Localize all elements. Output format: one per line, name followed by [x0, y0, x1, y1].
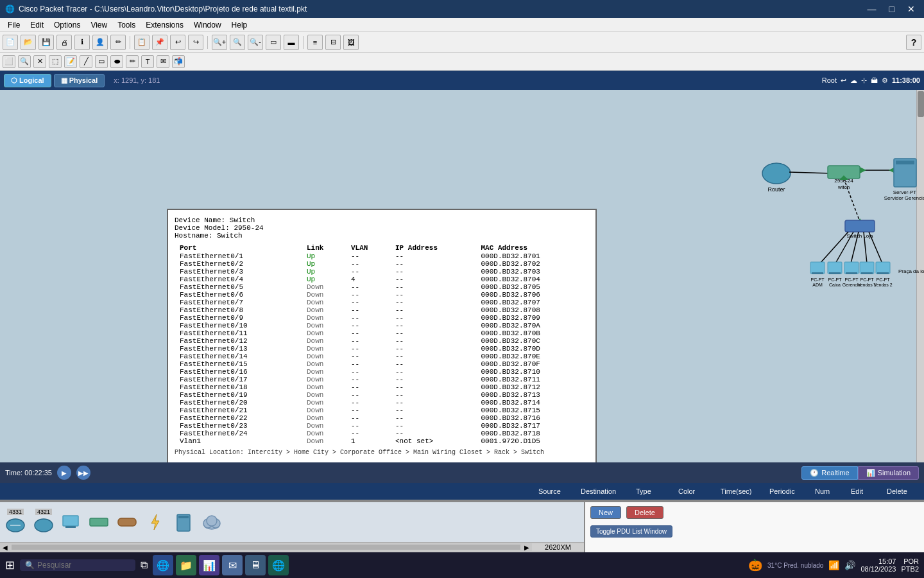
save-button[interactable]: 💾	[38, 35, 54, 50]
task-view-button[interactable]: ⧉	[141, 559, 148, 571]
search-input[interactable]	[37, 561, 133, 570]
lightning-icon-item[interactable]	[144, 511, 167, 534]
copy2-button[interactable]: 📋	[134, 35, 150, 50]
info-button[interactable]: ℹ	[74, 35, 90, 50]
cloud-icon-item[interactable]	[200, 511, 223, 534]
pdu-time-col[interactable]: Time(sec)	[721, 487, 759, 495]
realtime-button[interactable]: 🕐 Realtime	[801, 466, 857, 480]
switch-icon-item[interactable]	[87, 511, 110, 534]
menu-options[interactable]: Options	[49, 19, 85, 31]
port-row-5: FastEthernet0/6Down----000D.BD32.8706	[175, 291, 589, 299]
taskbar-app-3[interactable]: 📊	[199, 555, 219, 575]
pencil-tool[interactable]: ✏	[126, 55, 139, 68]
menu-edit[interactable]: Edit	[25, 19, 49, 31]
zoom-in-button[interactable]: 🔍+	[212, 35, 227, 50]
inspect-tool[interactable]: ⬚	[49, 55, 62, 68]
redo-button[interactable]: ↪	[188, 35, 203, 50]
port-cell-23-0: FastEthernet0/24	[175, 430, 302, 437]
svg-rect-31	[844, 262, 859, 274]
custom-button[interactable]: 🖼	[343, 35, 359, 50]
menu-tools[interactable]: Tools	[112, 19, 141, 31]
port-cell-22-1: Down	[302, 422, 346, 430]
port-cell-8-4: 000D.BD32.8709	[475, 314, 589, 322]
hostname-line: Hostname: Switch	[175, 232, 589, 240]
toggle-pdu-button[interactable]: Toggle PDU List Window	[590, 525, 672, 538]
delete-pdu-button[interactable]: Delete	[626, 506, 663, 519]
pdu-destination-col[interactable]: Destination	[581, 487, 626, 495]
view2-button[interactable]: ▬	[284, 35, 299, 50]
router-icon[interactable]	[5, 515, 26, 536]
rect-tool[interactable]: ▭	[95, 55, 108, 68]
svg-rect-32	[846, 272, 857, 274]
pdu-color-col[interactable]: Color	[678, 487, 710, 495]
zoom-out-button[interactable]: 🔍-	[248, 35, 263, 50]
text-tool[interactable]: T	[141, 55, 154, 68]
pdu-edit-col[interactable]: Edit	[851, 487, 877, 495]
pdu-delete-col[interactable]: Delete	[887, 487, 919, 495]
menu-window[interactable]: Window	[189, 19, 227, 31]
paste-button[interactable]: 📌	[152, 35, 167, 50]
title-controls[interactable]: — □ ✕	[864, 3, 919, 15]
pdu-num-col[interactable]: Num	[815, 487, 841, 495]
maximize-button[interactable]: □	[886, 3, 898, 15]
open-button[interactable]: 📂	[21, 35, 36, 50]
select-tool[interactable]: ⬜	[3, 55, 15, 68]
menu-extensions[interactable]: Extensions	[141, 19, 189, 31]
taskbar-app-2[interactable]: 📁	[176, 555, 196, 575]
count-4331: 4331	[7, 509, 24, 515]
note-tool[interactable]: 📝	[64, 55, 77, 68]
taskbar-app-5[interactable]: 🖥	[245, 555, 266, 575]
port-cell-19-1: Down	[302, 399, 346, 407]
envelope-tool[interactable]: ✉	[157, 55, 169, 68]
port-cell-10-2: --	[346, 329, 390, 337]
pdu-type-col[interactable]: Type	[636, 487, 668, 495]
port-cell-6-1: Down	[302, 299, 346, 306]
terrain-button[interactable]: 🏔	[871, 76, 878, 84]
undo-button[interactable]: ↩	[170, 35, 185, 50]
line-tool[interactable]: ╱	[80, 55, 92, 68]
menu-view[interactable]: View	[85, 19, 112, 31]
zoom-reset-button[interactable]: 🔍	[230, 35, 245, 50]
pdu-periodic-col[interactable]: Periodic	[769, 487, 805, 495]
port-cell-3-2: 4	[346, 276, 390, 283]
horiz-scrollbar[interactable]	[12, 545, 520, 550]
move-button[interactable]: ⊹	[861, 76, 867, 85]
pdu-tool[interactable]: 📬	[172, 55, 185, 68]
close-button[interactable]: ✕	[903, 3, 919, 15]
help-button[interactable]: ?	[906, 35, 921, 50]
simulation-button[interactable]: 📊 Simulation	[858, 466, 919, 480]
fast-forward-button[interactable]: ▶▶	[76, 466, 90, 480]
scroll-right-button[interactable]: ▶	[522, 544, 532, 551]
physical-mode-button[interactable]: ▦ Physical	[54, 74, 105, 87]
print-button[interactable]: 🖨	[56, 35, 72, 50]
edit2-button[interactable]: ✏	[110, 35, 126, 50]
ellipse-tool[interactable]: ⬬	[110, 55, 123, 68]
cloud-button[interactable]: ☁	[850, 76, 857, 85]
logical-mode-button[interactable]: ⬡ Logical	[4, 74, 51, 87]
menu-file[interactable]: File	[3, 19, 25, 31]
settings-button[interactable]: ⚙	[882, 76, 888, 85]
taskbar-app-cisco[interactable]: 🌐	[268, 555, 289, 575]
hub-icon-item[interactable]	[116, 511, 139, 534]
minimize-button[interactable]: —	[864, 3, 880, 15]
copy-button[interactable]: 👤	[92, 35, 108, 50]
table-button[interactable]: ⊟	[325, 35, 341, 50]
new-pdu-button[interactable]: New	[590, 506, 621, 519]
svg-text:PC-PT: PC-PT	[828, 277, 843, 282]
menu-help[interactable]: Help	[227, 19, 253, 31]
server-icon-item[interactable]	[172, 511, 195, 534]
view1-button[interactable]: ▭	[266, 35, 281, 50]
pc-icon-item[interactable]	[59, 511, 82, 534]
new-button[interactable]: 📄	[3, 35, 18, 50]
search-tool[interactable]: 🔍	[18, 55, 31, 68]
list-button[interactable]: ≡	[307, 35, 323, 50]
play-button[interactable]: ▶	[57, 466, 71, 480]
taskbar-app-4[interactable]: ✉	[222, 555, 243, 575]
taskbar-app-1[interactable]: 🌐	[153, 555, 173, 575]
undo-nav-button[interactable]: ↩	[841, 76, 846, 85]
delete-tool[interactable]: ✕	[33, 55, 46, 68]
router2-icon[interactable]	[33, 515, 54, 536]
start-button[interactable]: ⊞	[5, 558, 15, 572]
scroll-left-button[interactable]: ◀	[0, 544, 10, 551]
pdu-source-col[interactable]: Source	[538, 487, 570, 495]
